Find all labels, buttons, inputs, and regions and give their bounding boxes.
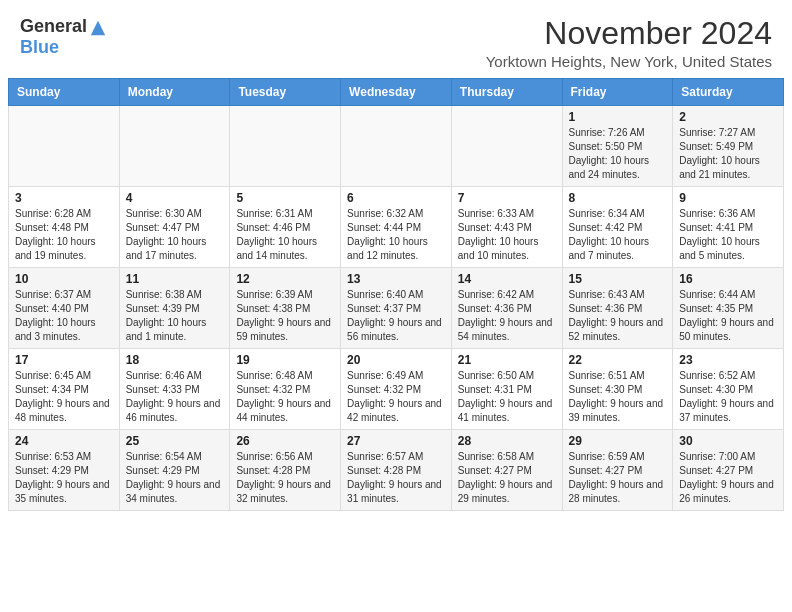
calendar-day-cell: 7Sunrise: 6:33 AMSunset: 4:43 PMDaylight… (451, 187, 562, 268)
calendar-day-cell (341, 106, 452, 187)
weekday-header-tuesday: Tuesday (230, 79, 341, 106)
day-info: Sunrise: 6:32 AMSunset: 4:44 PMDaylight:… (347, 207, 445, 263)
day-info: Sunrise: 6:33 AMSunset: 4:43 PMDaylight:… (458, 207, 556, 263)
day-info: Sunrise: 6:28 AMSunset: 4:48 PMDaylight:… (15, 207, 113, 263)
weekday-header-saturday: Saturday (673, 79, 784, 106)
calendar-day-cell: 28Sunrise: 6:58 AMSunset: 4:27 PMDayligh… (451, 430, 562, 511)
day-number: 11 (126, 272, 224, 286)
day-number: 4 (126, 191, 224, 205)
day-info: Sunrise: 6:38 AMSunset: 4:39 PMDaylight:… (126, 288, 224, 344)
day-info: Sunrise: 6:30 AMSunset: 4:47 PMDaylight:… (126, 207, 224, 263)
calendar-day-cell: 18Sunrise: 6:46 AMSunset: 4:33 PMDayligh… (119, 349, 230, 430)
calendar-day-cell: 14Sunrise: 6:42 AMSunset: 4:36 PMDayligh… (451, 268, 562, 349)
day-number: 21 (458, 353, 556, 367)
day-info: Sunrise: 6:36 AMSunset: 4:41 PMDaylight:… (679, 207, 777, 263)
page-header: General Blue November 2024 Yorktown Heig… (0, 0, 792, 78)
day-number: 22 (569, 353, 667, 367)
weekday-header-thursday: Thursday (451, 79, 562, 106)
calendar-table: SundayMondayTuesdayWednesdayThursdayFrid… (8, 78, 784, 511)
calendar-week-row: 3Sunrise: 6:28 AMSunset: 4:48 PMDaylight… (9, 187, 784, 268)
day-number: 24 (15, 434, 113, 448)
day-info: Sunrise: 6:54 AMSunset: 4:29 PMDaylight:… (126, 450, 224, 506)
calendar-day-cell (451, 106, 562, 187)
day-number: 6 (347, 191, 445, 205)
calendar-day-cell: 10Sunrise: 6:37 AMSunset: 4:40 PMDayligh… (9, 268, 120, 349)
day-number: 5 (236, 191, 334, 205)
month-title: November 2024 (486, 16, 772, 51)
calendar-day-cell: 22Sunrise: 6:51 AMSunset: 4:30 PMDayligh… (562, 349, 673, 430)
calendar-day-cell (119, 106, 230, 187)
day-info: Sunrise: 6:49 AMSunset: 4:32 PMDaylight:… (347, 369, 445, 425)
day-info: Sunrise: 6:46 AMSunset: 4:33 PMDaylight:… (126, 369, 224, 425)
day-number: 18 (126, 353, 224, 367)
day-info: Sunrise: 7:00 AMSunset: 4:27 PMDaylight:… (679, 450, 777, 506)
day-number: 28 (458, 434, 556, 448)
calendar-day-cell (230, 106, 341, 187)
calendar-week-row: 10Sunrise: 6:37 AMSunset: 4:40 PMDayligh… (9, 268, 784, 349)
calendar-day-cell: 3Sunrise: 6:28 AMSunset: 4:48 PMDaylight… (9, 187, 120, 268)
day-number: 14 (458, 272, 556, 286)
calendar-day-cell: 5Sunrise: 6:31 AMSunset: 4:46 PMDaylight… (230, 187, 341, 268)
weekday-header-wednesday: Wednesday (341, 79, 452, 106)
location-text: Yorktown Heights, New York, United State… (486, 53, 772, 70)
day-number: 15 (569, 272, 667, 286)
calendar-day-cell: 9Sunrise: 6:36 AMSunset: 4:41 PMDaylight… (673, 187, 784, 268)
day-info: Sunrise: 6:39 AMSunset: 4:38 PMDaylight:… (236, 288, 334, 344)
day-number: 25 (126, 434, 224, 448)
calendar-day-cell: 27Sunrise: 6:57 AMSunset: 4:28 PMDayligh… (341, 430, 452, 511)
calendar-day-cell (9, 106, 120, 187)
calendar-day-cell: 16Sunrise: 6:44 AMSunset: 4:35 PMDayligh… (673, 268, 784, 349)
calendar-day-cell: 12Sunrise: 6:39 AMSunset: 4:38 PMDayligh… (230, 268, 341, 349)
day-number: 17 (15, 353, 113, 367)
day-number: 8 (569, 191, 667, 205)
day-info: Sunrise: 7:26 AMSunset: 5:50 PMDaylight:… (569, 126, 667, 182)
day-number: 12 (236, 272, 334, 286)
calendar-day-cell: 6Sunrise: 6:32 AMSunset: 4:44 PMDaylight… (341, 187, 452, 268)
day-info: Sunrise: 6:31 AMSunset: 4:46 PMDaylight:… (236, 207, 334, 263)
day-number: 26 (236, 434, 334, 448)
day-number: 7 (458, 191, 556, 205)
logo-icon (89, 19, 107, 37)
calendar-day-cell: 15Sunrise: 6:43 AMSunset: 4:36 PMDayligh… (562, 268, 673, 349)
day-info: Sunrise: 6:53 AMSunset: 4:29 PMDaylight:… (15, 450, 113, 506)
calendar-day-cell: 2Sunrise: 7:27 AMSunset: 5:49 PMDaylight… (673, 106, 784, 187)
day-info: Sunrise: 6:44 AMSunset: 4:35 PMDaylight:… (679, 288, 777, 344)
calendar-day-cell: 4Sunrise: 6:30 AMSunset: 4:47 PMDaylight… (119, 187, 230, 268)
title-section: November 2024 Yorktown Heights, New York… (486, 16, 772, 70)
calendar-day-cell: 20Sunrise: 6:49 AMSunset: 4:32 PMDayligh… (341, 349, 452, 430)
day-info: Sunrise: 6:50 AMSunset: 4:31 PMDaylight:… (458, 369, 556, 425)
calendar-week-row: 17Sunrise: 6:45 AMSunset: 4:34 PMDayligh… (9, 349, 784, 430)
calendar-day-cell: 26Sunrise: 6:56 AMSunset: 4:28 PMDayligh… (230, 430, 341, 511)
day-info: Sunrise: 6:34 AMSunset: 4:42 PMDaylight:… (569, 207, 667, 263)
day-number: 10 (15, 272, 113, 286)
day-number: 16 (679, 272, 777, 286)
calendar-day-cell: 30Sunrise: 7:00 AMSunset: 4:27 PMDayligh… (673, 430, 784, 511)
day-number: 19 (236, 353, 334, 367)
day-info: Sunrise: 6:48 AMSunset: 4:32 PMDaylight:… (236, 369, 334, 425)
calendar-header-row: SundayMondayTuesdayWednesdayThursdayFrid… (9, 79, 784, 106)
day-number: 20 (347, 353, 445, 367)
day-info: Sunrise: 6:52 AMSunset: 4:30 PMDaylight:… (679, 369, 777, 425)
day-number: 1 (569, 110, 667, 124)
calendar-week-row: 24Sunrise: 6:53 AMSunset: 4:29 PMDayligh… (9, 430, 784, 511)
weekday-header-monday: Monday (119, 79, 230, 106)
calendar-day-cell: 21Sunrise: 6:50 AMSunset: 4:31 PMDayligh… (451, 349, 562, 430)
logo-general-text: General (20, 16, 87, 37)
day-number: 9 (679, 191, 777, 205)
calendar-day-cell: 1Sunrise: 7:26 AMSunset: 5:50 PMDaylight… (562, 106, 673, 187)
calendar-day-cell: 11Sunrise: 6:38 AMSunset: 4:39 PMDayligh… (119, 268, 230, 349)
day-number: 27 (347, 434, 445, 448)
svg-marker-0 (91, 21, 105, 35)
day-info: Sunrise: 6:57 AMSunset: 4:28 PMDaylight:… (347, 450, 445, 506)
calendar-day-cell: 13Sunrise: 6:40 AMSunset: 4:37 PMDayligh… (341, 268, 452, 349)
day-info: Sunrise: 6:58 AMSunset: 4:27 PMDaylight:… (458, 450, 556, 506)
calendar-day-cell: 8Sunrise: 6:34 AMSunset: 4:42 PMDaylight… (562, 187, 673, 268)
calendar-day-cell: 24Sunrise: 6:53 AMSunset: 4:29 PMDayligh… (9, 430, 120, 511)
day-info: Sunrise: 7:27 AMSunset: 5:49 PMDaylight:… (679, 126, 777, 182)
calendar-day-cell: 29Sunrise: 6:59 AMSunset: 4:27 PMDayligh… (562, 430, 673, 511)
day-info: Sunrise: 6:59 AMSunset: 4:27 PMDaylight:… (569, 450, 667, 506)
day-number: 2 (679, 110, 777, 124)
day-info: Sunrise: 6:40 AMSunset: 4:37 PMDaylight:… (347, 288, 445, 344)
weekday-header-sunday: Sunday (9, 79, 120, 106)
day-info: Sunrise: 6:43 AMSunset: 4:36 PMDaylight:… (569, 288, 667, 344)
